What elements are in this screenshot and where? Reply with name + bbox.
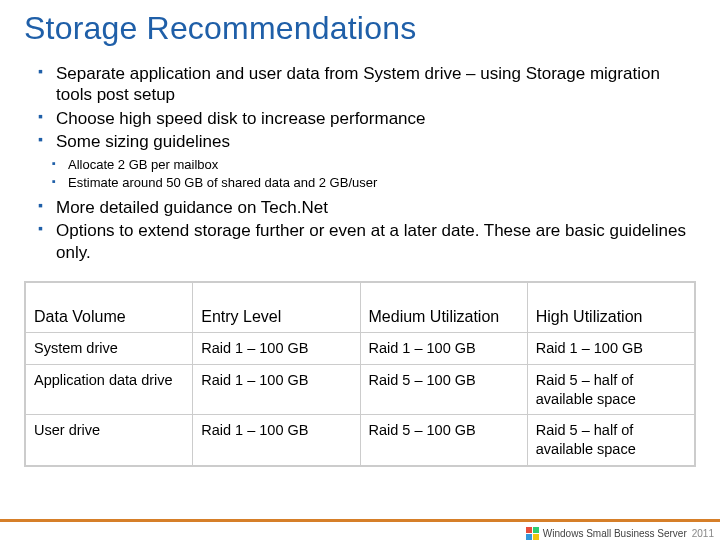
col-header: Entry Level — [193, 282, 360, 332]
sub-bullet-list: Allocate 2 GB per mailbox Estimate aroun… — [24, 156, 696, 191]
bullet-item: More detailed guidance on Tech.Net — [38, 197, 696, 218]
slide: Storage Recommendations Separate applica… — [0, 0, 720, 540]
cell: Raid 5 – half of available space — [527, 364, 694, 415]
windows-flag-icon — [526, 527, 539, 540]
bullet-list: Separate application and user data from … — [24, 63, 696, 152]
sub-bullet-item: Allocate 2 GB per mailbox — [52, 156, 696, 174]
col-header: Data Volume — [26, 282, 193, 332]
table-header-row: Data Volume Entry Level Medium Utilizati… — [26, 282, 695, 332]
bullet-item: Separate application and user data from … — [38, 63, 696, 106]
cell: Application data drive — [26, 364, 193, 415]
table-row: System drive Raid 1 – 100 GB Raid 1 – 10… — [26, 332, 695, 364]
cell: Raid 5 – 100 GB — [360, 415, 527, 466]
bullet-list: More detailed guidance on Tech.Net Optio… — [24, 197, 696, 263]
brand-text: Windows Small Business Server — [543, 528, 687, 539]
cell: System drive — [26, 332, 193, 364]
slide-title: Storage Recommendations — [24, 10, 696, 47]
bullet-item: Options to extend storage further or eve… — [38, 220, 696, 263]
accent-bar — [0, 519, 720, 522]
bullet-item: Choose high speed disk to increase perfo… — [38, 108, 696, 129]
cell: Raid 1 – 100 GB — [527, 332, 694, 364]
cell: Raid 1 – 100 GB — [193, 332, 360, 364]
cell: User drive — [26, 415, 193, 466]
table-row: Application data drive Raid 1 – 100 GB R… — [26, 364, 695, 415]
cell: Raid 1 – 100 GB — [193, 415, 360, 466]
storage-table: Data Volume Entry Level Medium Utilizati… — [24, 281, 696, 467]
cell: Raid 1 – 100 GB — [193, 364, 360, 415]
brand-logo: Windows Small Business Server 2011 — [526, 527, 714, 540]
bullet-item: Some sizing guidelines — [38, 131, 696, 152]
cell: Raid 1 – 100 GB — [360, 332, 527, 364]
brand-year: 2011 — [692, 528, 714, 539]
table-row: User drive Raid 1 – 100 GB Raid 5 – 100 … — [26, 415, 695, 466]
cell: Raid 5 – 100 GB — [360, 364, 527, 415]
col-header: High Utilization — [527, 282, 694, 332]
sub-bullet-item: Estimate around 50 GB of shared data and… — [52, 174, 696, 192]
cell: Raid 5 – half of available space — [527, 415, 694, 466]
col-header: Medium Utilization — [360, 282, 527, 332]
footer: Windows Small Business Server 2011 — [0, 520, 720, 540]
